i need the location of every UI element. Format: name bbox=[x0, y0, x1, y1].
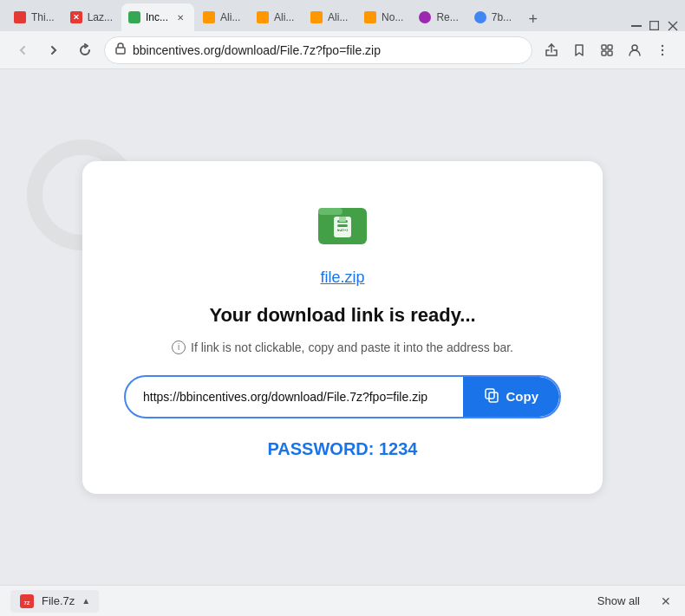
share-button[interactable] bbox=[539, 38, 564, 62]
status-bar-close-button[interactable]: ✕ bbox=[657, 591, 675, 612]
svg-rect-6 bbox=[608, 45, 612, 49]
file-icon-container: ZIP bbox=[124, 196, 561, 255]
forward-button[interactable] bbox=[42, 38, 66, 62]
page-content: RISK.COM ZIP f bbox=[0, 69, 685, 585]
tab-5-title: Ali... bbox=[274, 11, 295, 23]
svg-rect-8 bbox=[608, 51, 612, 55]
svg-point-9 bbox=[632, 45, 637, 50]
tab-1[interactable]: Thi... bbox=[7, 3, 62, 31]
tab-overview-button[interactable] bbox=[595, 38, 619, 62]
maximize-button[interactable] bbox=[649, 20, 660, 31]
tab-7[interactable]: No... bbox=[357, 3, 410, 31]
svg-rect-5 bbox=[602, 45, 606, 49]
address-bar[interactable]: bbincentives.org/download/File.7z?fpo=fi… bbox=[104, 36, 532, 64]
file-name[interactable]: file.zip bbox=[124, 269, 561, 287]
tab-2-title: Laz... bbox=[88, 11, 113, 23]
svg-rect-7 bbox=[602, 51, 606, 55]
tab-1-favicon bbox=[14, 11, 26, 23]
svg-rect-21 bbox=[339, 217, 346, 222]
tab-9[interactable]: 7b... bbox=[467, 3, 519, 31]
download-chevron-icon[interactable]: ▲ bbox=[82, 596, 90, 606]
browser-window: Thi... ✕ Laz... Inc... ✕ Ali... Ali... A… bbox=[0, 0, 685, 616]
download-filename: File.7z bbox=[42, 594, 75, 607]
tab-4[interactable]: Ali... bbox=[196, 3, 248, 31]
lock-icon bbox=[115, 42, 126, 57]
tab-3-favicon bbox=[128, 11, 140, 23]
svg-point-11 bbox=[662, 49, 663, 50]
tab-bar: Thi... ✕ Laz... Inc... ✕ Ali... Ali... A… bbox=[0, 0, 685, 31]
svg-rect-1 bbox=[650, 22, 659, 30]
svg-rect-4 bbox=[116, 48, 125, 54]
svg-text:ZIP: ZIP bbox=[338, 228, 348, 234]
tab-5[interactable]: Ali... bbox=[250, 3, 302, 31]
svg-rect-24 bbox=[486, 389, 494, 399]
tab-1-title: Thi... bbox=[31, 11, 55, 23]
svg-point-12 bbox=[662, 53, 663, 55]
download-item[interactable]: 7Z File.7z ▲ bbox=[10, 590, 99, 613]
hint-text-content: If link is not clickable, copy and paste… bbox=[191, 340, 513, 354]
menu-button[interactable] bbox=[650, 38, 675, 62]
download-url[interactable]: https://bbincentives.org/download/File.7… bbox=[126, 379, 463, 414]
minimize-button[interactable] bbox=[630, 20, 642, 31]
tab-8-title: Re... bbox=[436, 11, 458, 23]
profile-button[interactable] bbox=[623, 38, 647, 62]
copy-button[interactable]: Copy bbox=[463, 377, 560, 417]
tab-7-favicon bbox=[364, 11, 376, 23]
password-display: PASSWORD: 1234 bbox=[124, 439, 561, 459]
tab-8-favicon bbox=[419, 11, 431, 23]
svg-text:7Z: 7Z bbox=[23, 600, 29, 606]
tab-2[interactable]: ✕ Laz... bbox=[63, 3, 120, 31]
toolbar: bbincentives.org/download/File.7z?fpo=fi… bbox=[0, 31, 685, 69]
tab-9-title: 7b... bbox=[492, 11, 512, 23]
tab-2-favicon: ✕ bbox=[70, 11, 82, 23]
tab-6[interactable]: Ali... bbox=[303, 3, 356, 31]
tab-4-title: Ali... bbox=[220, 11, 241, 23]
tab-6-title: Ali... bbox=[328, 11, 349, 23]
back-button[interactable] bbox=[10, 38, 35, 62]
copy-btn-label: Copy bbox=[506, 389, 539, 404]
tab-8[interactable]: Re... bbox=[412, 3, 465, 31]
hint-text: i If link is not clickable, copy and pas… bbox=[124, 340, 561, 354]
svg-point-10 bbox=[662, 44, 663, 46]
window-controls bbox=[630, 20, 678, 31]
new-tab-button[interactable]: + bbox=[521, 7, 545, 31]
tab-6-favicon bbox=[310, 11, 323, 23]
tab-3-title: Inc... bbox=[146, 11, 168, 23]
reload-button[interactable] bbox=[73, 38, 97, 62]
status-bar: 7Z File.7z ▲ Show all ✕ bbox=[0, 585, 685, 616]
address-text: bbincentives.org/download/File.7z?fpo=fi… bbox=[133, 43, 521, 57]
svg-rect-0 bbox=[631, 25, 642, 27]
ready-title: Your download link is ready... bbox=[124, 304, 561, 327]
close-button[interactable] bbox=[667, 20, 678, 31]
tab-5-favicon bbox=[257, 11, 269, 23]
tab-9-favicon bbox=[474, 11, 486, 23]
tab-7-title: No... bbox=[382, 11, 403, 23]
toolbar-actions bbox=[539, 38, 675, 62]
download-card: ZIP file.zip Your download link is ready… bbox=[82, 161, 603, 494]
info-icon: i bbox=[172, 340, 186, 354]
svg-rect-19 bbox=[337, 224, 348, 227]
show-all-button[interactable]: Show all bbox=[590, 591, 647, 611]
bookmark-button[interactable] bbox=[567, 38, 591, 62]
tab-3-close[interactable]: ✕ bbox=[173, 10, 187, 24]
svg-rect-23 bbox=[489, 392, 498, 402]
url-row: https://bbincentives.org/download/File.7… bbox=[124, 375, 561, 418]
zip-file-icon: ZIP bbox=[315, 196, 370, 251]
tab-4-favicon bbox=[203, 11, 215, 23]
copy-icon bbox=[484, 387, 499, 406]
svg-rect-16 bbox=[318, 208, 342, 215]
tab-3[interactable]: Inc... ✕ bbox=[121, 3, 194, 31]
download-file-icon: 7Z bbox=[19, 593, 35, 609]
